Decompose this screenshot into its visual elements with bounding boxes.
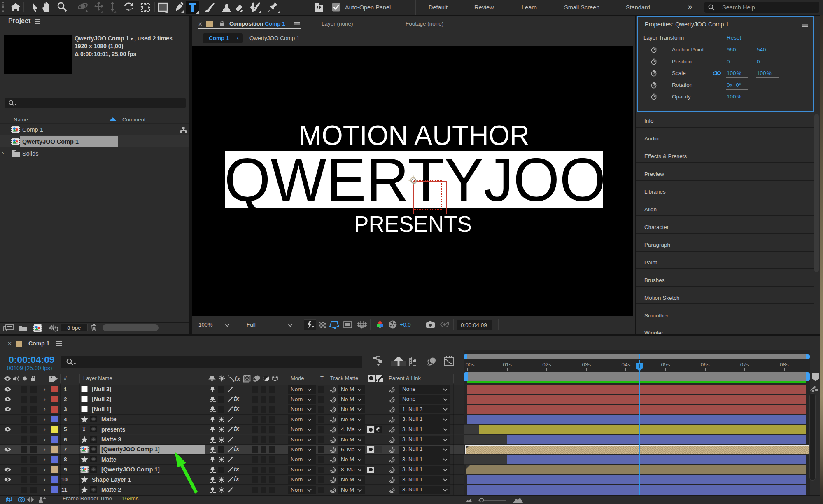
svg-text:fx: fx	[235, 375, 240, 382]
